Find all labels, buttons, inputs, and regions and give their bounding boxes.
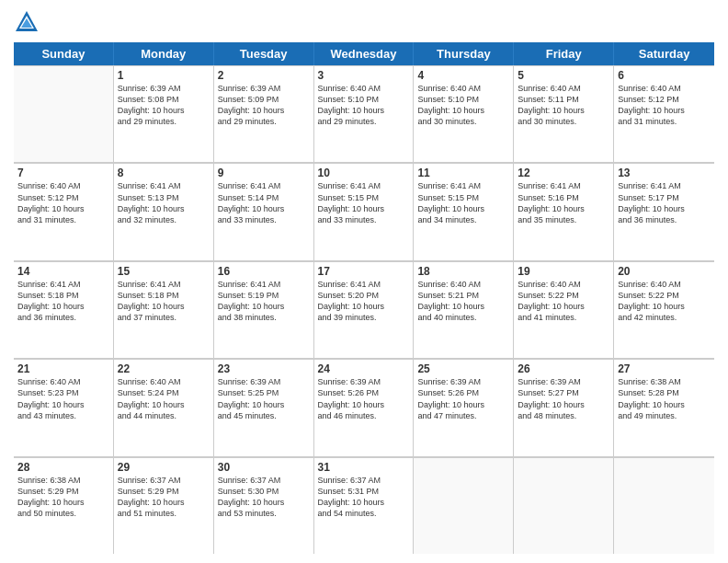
calendar-day-17: 17Sunrise: 6:41 AM Sunset: 5:20 PM Dayli…: [314, 261, 415, 358]
day-number: 24: [318, 362, 410, 375]
calendar-day-empty: [514, 457, 614, 554]
day-info: Sunrise: 6:39 AM Sunset: 5:26 PM Dayligh…: [417, 376, 509, 421]
day-number: 2: [218, 69, 310, 82]
day-number: 21: [17, 362, 109, 375]
day-number: 6: [618, 69, 711, 82]
calendar-day-20: 20Sunrise: 6:40 AM Sunset: 5:22 PM Dayli…: [614, 261, 714, 358]
day-number: 17: [318, 265, 410, 278]
calendar-day-6: 6Sunrise: 6:40 AM Sunset: 5:12 PM Daylig…: [614, 65, 714, 162]
calendar-day-12: 12Sunrise: 6:41 AM Sunset: 5:16 PM Dayli…: [514, 163, 614, 259]
calendar-day-19: 19Sunrise: 6:40 AM Sunset: 5:22 PM Dayli…: [514, 261, 614, 358]
calendar-day-28: 28Sunrise: 6:38 AM Sunset: 5:29 PM Dayli…: [14, 457, 114, 554]
calendar-day-24: 24Sunrise: 6:39 AM Sunset: 5:26 PM Dayli…: [314, 359, 415, 455]
day-info: Sunrise: 6:41 AM Sunset: 5:18 PM Dayligh…: [118, 279, 210, 324]
day-info: Sunrise: 6:38 AM Sunset: 5:28 PM Dayligh…: [618, 376, 711, 421]
calendar-day-2: 2Sunrise: 6:39 AM Sunset: 5:09 PM Daylig…: [214, 65, 314, 162]
day-number: 13: [618, 167, 711, 179]
day-number: 22: [118, 362, 210, 375]
day-number: 12: [518, 167, 609, 179]
calendar-day-23: 23Sunrise: 6:39 AM Sunset: 5:25 PM Dayli…: [214, 359, 314, 455]
day-number: 16: [218, 265, 310, 278]
calendar-day-empty: [14, 65, 114, 162]
day-info: Sunrise: 6:39 AM Sunset: 5:27 PM Dayligh…: [518, 376, 609, 421]
day-number: 18: [417, 265, 509, 278]
header: [14, 9, 714, 35]
day-number: 29: [118, 461, 210, 474]
day-info: Sunrise: 6:40 AM Sunset: 5:11 PM Dayligh…: [518, 83, 609, 128]
calendar-day-30: 30Sunrise: 6:37 AM Sunset: 5:30 PM Dayli…: [214, 457, 314, 554]
calendar-week-3: 14Sunrise: 6:41 AM Sunset: 5:18 PM Dayli…: [14, 261, 714, 359]
calendar-day-9: 9Sunrise: 6:41 AM Sunset: 5:14 PM Daylig…: [214, 163, 314, 259]
calendar-day-10: 10Sunrise: 6:41 AM Sunset: 5:15 PM Dayli…: [314, 163, 415, 259]
day-info: Sunrise: 6:38 AM Sunset: 5:29 PM Dayligh…: [17, 475, 109, 520]
day-info: Sunrise: 6:39 AM Sunset: 5:26 PM Dayligh…: [318, 376, 410, 421]
logo-icon: [14, 9, 40, 35]
day-info: Sunrise: 6:41 AM Sunset: 5:16 PM Dayligh…: [518, 180, 609, 225]
calendar-body: 1Sunrise: 6:39 AM Sunset: 5:08 PM Daylig…: [14, 65, 714, 554]
header-day-monday: Monday: [114, 42, 214, 65]
calendar-day-8: 8Sunrise: 6:41 AM Sunset: 5:13 PM Daylig…: [114, 163, 214, 259]
day-number: 11: [417, 167, 509, 179]
day-info: Sunrise: 6:40 AM Sunset: 5:10 PM Dayligh…: [318, 83, 410, 128]
calendar-day-21: 21Sunrise: 6:40 AM Sunset: 5:23 PM Dayli…: [14, 359, 114, 455]
day-info: Sunrise: 6:41 AM Sunset: 5:15 PM Dayligh…: [318, 180, 410, 225]
day-number: 5: [518, 69, 609, 82]
logo: [14, 9, 43, 35]
calendar-day-18: 18Sunrise: 6:40 AM Sunset: 5:21 PM Dayli…: [414, 261, 514, 358]
day-info: Sunrise: 6:37 AM Sunset: 5:29 PM Dayligh…: [118, 475, 210, 520]
calendar-day-11: 11Sunrise: 6:41 AM Sunset: 5:15 PM Dayli…: [414, 163, 514, 259]
day-info: Sunrise: 6:40 AM Sunset: 5:24 PM Dayligh…: [118, 376, 210, 421]
calendar-day-25: 25Sunrise: 6:39 AM Sunset: 5:26 PM Dayli…: [414, 359, 514, 455]
day-info: Sunrise: 6:40 AM Sunset: 5:10 PM Dayligh…: [417, 83, 509, 128]
day-info: Sunrise: 6:41 AM Sunset: 5:20 PM Dayligh…: [318, 279, 410, 324]
day-number: 8: [118, 167, 210, 179]
day-number: 9: [218, 167, 310, 179]
calendar-week-1: 1Sunrise: 6:39 AM Sunset: 5:08 PM Daylig…: [14, 65, 714, 163]
day-info: Sunrise: 6:41 AM Sunset: 5:13 PM Dayligh…: [118, 180, 210, 225]
day-number: 14: [17, 265, 109, 278]
day-info: Sunrise: 6:37 AM Sunset: 5:30 PM Dayligh…: [218, 475, 310, 520]
calendar-day-13: 13Sunrise: 6:41 AM Sunset: 5:17 PM Dayli…: [614, 163, 714, 259]
header-day-friday: Friday: [514, 42, 614, 65]
day-number: 15: [118, 265, 210, 278]
day-number: 28: [17, 461, 109, 474]
calendar-day-22: 22Sunrise: 6:40 AM Sunset: 5:24 PM Dayli…: [114, 359, 214, 455]
day-info: Sunrise: 6:39 AM Sunset: 5:08 PM Dayligh…: [118, 83, 210, 128]
day-number: 4: [417, 69, 509, 82]
calendar-day-7: 7Sunrise: 6:40 AM Sunset: 5:12 PM Daylig…: [14, 163, 114, 259]
day-number: 7: [17, 167, 109, 179]
header-day-saturday: Saturday: [614, 42, 714, 65]
day-info: Sunrise: 6:40 AM Sunset: 5:22 PM Dayligh…: [618, 279, 711, 324]
calendar-day-empty: [614, 457, 714, 554]
day-number: 27: [618, 362, 711, 375]
calendar-day-27: 27Sunrise: 6:38 AM Sunset: 5:28 PM Dayli…: [614, 359, 714, 455]
day-number: 31: [318, 461, 410, 474]
day-info: Sunrise: 6:41 AM Sunset: 5:18 PM Dayligh…: [17, 279, 109, 324]
calendar-day-26: 26Sunrise: 6:39 AM Sunset: 5:27 PM Dayli…: [514, 359, 614, 455]
calendar-day-31: 31Sunrise: 6:37 AM Sunset: 5:31 PM Dayli…: [314, 457, 415, 554]
calendar-week-4: 21Sunrise: 6:40 AM Sunset: 5:23 PM Dayli…: [14, 359, 714, 456]
day-info: Sunrise: 6:40 AM Sunset: 5:12 PM Dayligh…: [17, 180, 109, 225]
day-info: Sunrise: 6:41 AM Sunset: 5:17 PM Dayligh…: [618, 180, 711, 225]
day-number: 23: [218, 362, 310, 375]
day-number: 1: [118, 69, 210, 82]
day-info: Sunrise: 6:37 AM Sunset: 5:31 PM Dayligh…: [318, 475, 410, 520]
day-info: Sunrise: 6:40 AM Sunset: 5:22 PM Dayligh…: [518, 279, 609, 324]
day-number: 10: [318, 167, 410, 179]
day-info: Sunrise: 6:40 AM Sunset: 5:12 PM Dayligh…: [618, 83, 711, 128]
calendar-day-15: 15Sunrise: 6:41 AM Sunset: 5:18 PM Dayli…: [114, 261, 214, 358]
calendar-header: SundayMondayTuesdayWednesdayThursdayFrid…: [14, 42, 714, 65]
calendar-day-empty: [414, 457, 514, 554]
header-day-tuesday: Tuesday: [214, 42, 314, 65]
header-day-sunday: Sunday: [14, 42, 114, 65]
day-info: Sunrise: 6:41 AM Sunset: 5:15 PM Dayligh…: [417, 180, 509, 225]
day-number: 20: [618, 265, 711, 278]
day-number: 3: [318, 69, 410, 82]
day-number: 30: [218, 461, 310, 474]
calendar-day-4: 4Sunrise: 6:40 AM Sunset: 5:10 PM Daylig…: [414, 65, 514, 162]
calendar-week-5: 28Sunrise: 6:38 AM Sunset: 5:29 PM Dayli…: [14, 457, 714, 554]
calendar-day-5: 5Sunrise: 6:40 AM Sunset: 5:11 PM Daylig…: [514, 65, 614, 162]
day-number: 19: [518, 265, 609, 278]
day-info: Sunrise: 6:41 AM Sunset: 5:14 PM Dayligh…: [218, 180, 310, 225]
header-day-thursday: Thursday: [414, 42, 514, 65]
